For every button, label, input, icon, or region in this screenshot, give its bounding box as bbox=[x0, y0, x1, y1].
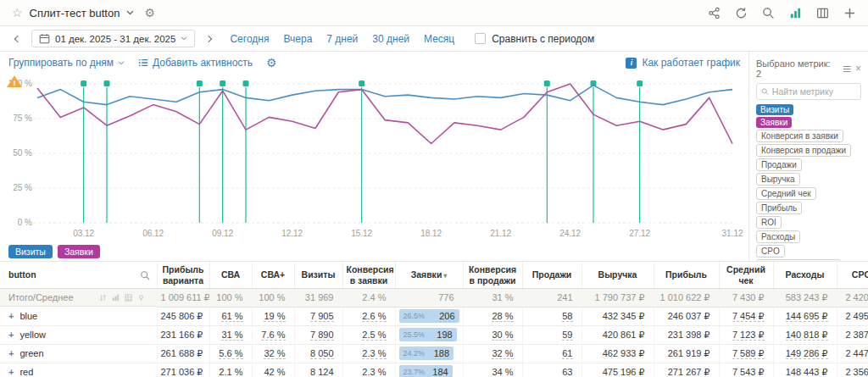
column-header-2[interactable]: СВА bbox=[209, 262, 252, 289]
cell-link[interactable]: 2.3 % bbox=[362, 348, 386, 359]
cell-link[interactable]: 19 % bbox=[264, 311, 285, 322]
cell-link[interactable]: 7 890 bbox=[310, 330, 334, 341]
leads-value[interactable]: 198 bbox=[437, 330, 452, 341]
activity-marker-flag[interactable] bbox=[544, 80, 550, 86]
cell-link[interactable]: 148 443 ₽ bbox=[786, 367, 828, 377]
cell-link[interactable]: 8 050 bbox=[310, 348, 334, 359]
expand-icon[interactable]: + bbox=[8, 367, 14, 377]
title-chevron-down-icon[interactable] bbox=[126, 10, 134, 15]
cell-link[interactable]: 32 % bbox=[492, 348, 513, 359]
metric-chip[interactable]: CPO bbox=[756, 245, 785, 258]
pin-row-icon[interactable] bbox=[137, 294, 145, 302]
refresh-icon[interactable] bbox=[735, 7, 748, 19]
cell-link[interactable]: 58 bbox=[562, 311, 572, 322]
cell-link[interactable]: 34 % bbox=[492, 367, 513, 377]
column-header-3[interactable]: СВА+ bbox=[252, 262, 294, 289]
legend-chip-визиты[interactable]: Визиты bbox=[8, 245, 53, 258]
grid-row-icon[interactable] bbox=[125, 294, 132, 302]
metric-chip[interactable]: Продажи bbox=[756, 158, 802, 171]
column-header-5[interactable]: Конверсия в заявки bbox=[342, 262, 395, 289]
column-header-6[interactable]: Заявки▾ bbox=[395, 262, 463, 289]
column-header-10[interactable]: Прибыль bbox=[654, 262, 719, 289]
activity-marker-flag[interactable] bbox=[220, 80, 225, 86]
metric-chip[interactable]: ROI bbox=[756, 216, 782, 229]
cell-link[interactable]: 61 bbox=[562, 348, 572, 359]
quick-link-4[interactable]: Месяц bbox=[424, 33, 454, 45]
cell-link[interactable]: 2.1 % bbox=[219, 367, 242, 377]
cell-link[interactable]: 5.6 % bbox=[219, 348, 242, 359]
metric-chip[interactable]: Расходы bbox=[756, 230, 800, 243]
column-search-icon[interactable] bbox=[140, 270, 150, 280]
column-header-7[interactable]: Конверсия в продажи bbox=[463, 262, 522, 289]
cell-link[interactable]: 8 124 bbox=[310, 367, 334, 377]
share-icon[interactable] bbox=[708, 7, 721, 19]
cell-link[interactable]: 140 818 ₽ bbox=[786, 330, 828, 341]
column-header-13[interactable]: CPO bbox=[837, 262, 868, 289]
plus-icon[interactable] bbox=[843, 7, 856, 19]
quick-link-0[interactable]: Сегодня bbox=[230, 33, 269, 45]
cell-link[interactable]: 7 589 ₽ bbox=[732, 348, 765, 359]
quick-link-1[interactable]: Вчера bbox=[283, 33, 312, 45]
report-title[interactable]: Сплит-тест button bbox=[30, 7, 120, 19]
metric-chip-selected[interactable]: Заявки bbox=[756, 117, 792, 128]
metric-chip[interactable]: Конверсия в продажи bbox=[756, 144, 851, 157]
quick-link-3[interactable]: 30 дней bbox=[372, 33, 409, 45]
cell-link[interactable]: 144 695 ₽ bbox=[786, 311, 828, 322]
expand-icon[interactable]: + bbox=[8, 348, 14, 358]
leads-value[interactable]: 206 bbox=[439, 311, 454, 322]
activity-marker-flag[interactable] bbox=[81, 80, 86, 86]
column-header-4[interactable]: Визиты bbox=[294, 262, 342, 289]
prev-period-button[interactable] bbox=[10, 31, 25, 47]
leads-value[interactable]: 188 bbox=[434, 348, 449, 359]
column-header-8[interactable]: Продажи bbox=[522, 262, 581, 289]
cell-link[interactable]: 7 543 ₽ bbox=[732, 367, 765, 377]
cell-link[interactable]: 7.6 % bbox=[261, 330, 285, 341]
cell-link[interactable]: 7 123 ₽ bbox=[732, 330, 765, 341]
cell-link[interactable]: 2.6 % bbox=[362, 311, 386, 322]
metric-chip[interactable]: Средний чек bbox=[756, 187, 816, 200]
cell-link[interactable]: 32 % bbox=[264, 348, 285, 359]
activity-marker-flag[interactable] bbox=[197, 80, 203, 86]
activity-marker-flag[interactable] bbox=[104, 80, 110, 86]
expand-icon[interactable]: + bbox=[8, 311, 14, 321]
cell-link[interactable]: 7 454 ₽ bbox=[732, 311, 765, 322]
metrics-list-icon[interactable] bbox=[843, 64, 851, 74]
metrics-close-icon[interactable]: × bbox=[855, 64, 861, 74]
column-header-1[interactable]: Прибыль варианта bbox=[157, 262, 209, 289]
column-header-11[interactable]: Средний чек bbox=[719, 262, 773, 289]
cell-link[interactable]: 61 % bbox=[221, 311, 242, 322]
bar-chart-row-icon[interactable] bbox=[112, 294, 120, 302]
report-settings-gear-icon[interactable]: ⚙ bbox=[144, 7, 155, 19]
next-period-button[interactable] bbox=[201, 31, 216, 47]
cell-link[interactable]: 63 bbox=[562, 367, 572, 377]
activity-marker-flag[interactable] bbox=[243, 80, 249, 86]
column-header-0[interactable]: button bbox=[0, 262, 157, 289]
cell-link[interactable]: 2.5 % bbox=[362, 330, 386, 341]
legend-chip-заявки[interactable]: Заявки bbox=[58, 245, 100, 258]
date-range-picker[interactable]: 01 дек. 2025 - 31 дек. 2025 bbox=[31, 30, 195, 47]
cell-link[interactable]: 30 % bbox=[492, 330, 513, 341]
cell-link[interactable]: 31 % bbox=[221, 330, 242, 341]
search-icon[interactable] bbox=[762, 7, 775, 19]
leads-value[interactable]: 184 bbox=[432, 367, 448, 377]
add-activity-button[interactable]: Добавить активность bbox=[138, 57, 253, 69]
chart-icon[interactable] bbox=[789, 7, 802, 19]
cell-link[interactable]: 59 bbox=[562, 330, 572, 341]
metric-chip-selected[interactable]: Визиты bbox=[756, 104, 793, 115]
sort-rows-icon[interactable] bbox=[99, 294, 107, 302]
how-chart-works-link[interactable]: i Как работает график bbox=[626, 57, 740, 69]
cell-link[interactable]: 28 % bbox=[492, 311, 513, 322]
column-header-12[interactable]: Расходы bbox=[773, 262, 837, 289]
columns-icon[interactable] bbox=[816, 7, 829, 19]
expand-icon[interactable]: + bbox=[8, 330, 14, 340]
metric-chip[interactable]: Выручка bbox=[756, 173, 800, 186]
cell-link[interactable]: 2.3 % bbox=[362, 367, 386, 377]
column-header-9[interactable]: Выручка bbox=[581, 262, 654, 289]
chart-settings-gear-icon[interactable]: ⚙ bbox=[266, 57, 277, 69]
cell-link[interactable]: 7 905 bbox=[310, 311, 334, 322]
compare-checkbox[interactable] bbox=[475, 33, 486, 44]
activity-marker-flag[interactable] bbox=[637, 80, 643, 86]
metric-chip[interactable]: Конверсия в заявки bbox=[756, 130, 843, 142]
metric-chip[interactable]: Прибыль bbox=[756, 202, 802, 214]
cell-link[interactable]: 42 % bbox=[264, 367, 285, 377]
